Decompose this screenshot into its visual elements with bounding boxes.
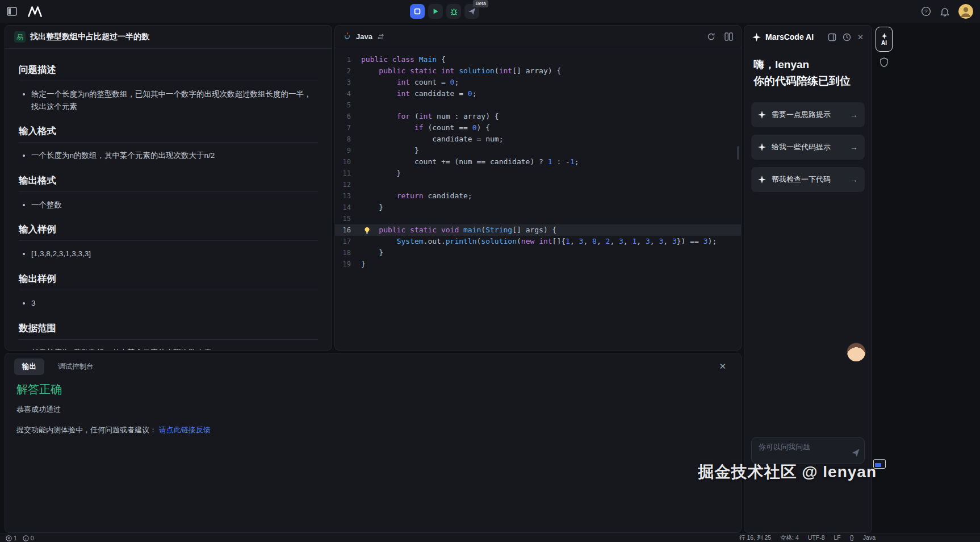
line-number: 16 (335, 224, 361, 236)
code-line[interactable]: 7 if (count == 0) { (335, 122, 741, 134)
ai-panel-title: MarsCode AI (765, 32, 814, 41)
line-number: 1 (335, 54, 361, 65)
error-count: 1 (14, 535, 17, 541)
reset-code-icon[interactable] (707, 32, 715, 41)
code-line[interactable]: 17 System.out.println(solution(new int[]… (335, 236, 741, 247)
ai-suggestion-button[interactable]: 帮我检查一下代码→ (751, 167, 865, 192)
code-line[interactable]: 9 } (335, 145, 741, 156)
status-item[interactable]: 空格: 4 (780, 534, 799, 542)
section-item: 给定一个长度为n的整型数组，已知其中一个数字的出现次数超过数组长度的一半，找出这… (31, 88, 318, 112)
run-config-button[interactable] (410, 4, 425, 19)
code-line[interactable]: 3 int count = 0; (335, 77, 741, 88)
notifications-bell-icon[interactable] (940, 7, 949, 16)
status-item[interactable]: Java (863, 534, 876, 542)
status-item[interactable]: 行 16, 列 25 (739, 534, 771, 542)
line-number: 3 (335, 77, 361, 88)
editor-tab-label: Java (356, 32, 372, 41)
tab-java[interactable]: Java (343, 31, 384, 42)
code-line[interactable]: 13 return candidate; (335, 190, 741, 202)
code-area[interactable]: 1public class Main {2 public static int … (335, 48, 741, 270)
code-line[interactable]: 5 (335, 99, 741, 111)
help-icon[interactable]: ? (921, 6, 931, 16)
run-button[interactable] (428, 4, 443, 19)
difficulty-badge: 易 (14, 31, 26, 43)
beta-badge: Beta (473, 0, 488, 7)
send-icon[interactable] (851, 448, 860, 460)
ai-suggestion-button[interactable]: 给我一些代码提示→ (751, 135, 865, 160)
ai-companion-avatar[interactable] (847, 343, 866, 362)
section-heading: 问题描述 (19, 64, 318, 81)
line-number: 18 (335, 247, 361, 259)
line-number: 14 (335, 202, 361, 213)
output-tab-console[interactable]: 调试控制台 (50, 358, 102, 375)
line-number: 8 (335, 134, 361, 145)
status-item[interactable]: UTF-8 (808, 534, 825, 542)
code-line[interactable]: 6 for (int num : array) { (335, 111, 741, 122)
sparkle-icon (758, 111, 766, 119)
status-item[interactable]: {} (850, 534, 854, 542)
marscode-logo[interactable] (27, 6, 43, 17)
problem-title: 找出整型数组中占比超过一半的数 (30, 32, 149, 42)
extension-shield-icon[interactable] (880, 57, 889, 68)
code-line[interactable]: 2 public static int solution(int[] array… (335, 65, 741, 77)
code-line[interactable]: 11 } (335, 168, 741, 179)
diff-view-icon[interactable] (724, 32, 733, 41)
run-toolbar: Beta (410, 4, 479, 19)
problem-header: 易 找出整型数组中占比超过一半的数 (5, 26, 332, 49)
ai-sidebar-button[interactable]: AI (876, 27, 893, 52)
ai-panel-header: MarsCode AI ✕ (744, 26, 872, 48)
section-item: 一个整数 (31, 199, 318, 211)
line-number: 5 (335, 99, 361, 111)
infos-indicator[interactable]: 0 (23, 535, 34, 541)
user-avatar[interactable] (958, 4, 973, 19)
debug-button[interactable] (446, 4, 461, 19)
code-line[interactable]: 10 count += (num == candidate) ? 1 : -1; (335, 156, 741, 168)
status-item[interactable]: LF (834, 534, 841, 542)
output-panel: 输出调试控制台✕ 解答正确 恭喜成功通过 提交功能内测体验中，任何问题或者建议：… (5, 353, 742, 533)
feedback-link[interactable]: 请点此链接反馈 (159, 426, 211, 434)
output-tab-output[interactable]: 输出 (14, 358, 44, 375)
line-number: 15 (335, 213, 361, 224)
code-line[interactable]: 16 public static void main(String[] args… (335, 224, 741, 236)
editor-scrollbar[interactable] (737, 146, 739, 160)
mini-window-icon[interactable] (873, 459, 886, 469)
submit-button[interactable]: Beta (464, 4, 479, 19)
output-close-icon[interactable]: ✕ (719, 361, 732, 372)
code-line[interactable]: 19} (335, 259, 741, 270)
sparkle-icon (758, 143, 766, 151)
code-line[interactable]: 8 candidate = num; (335, 134, 741, 145)
section-heading: 输出样例 (19, 273, 318, 290)
line-number: 4 (335, 88, 361, 99)
code-line[interactable]: 15 (335, 213, 741, 224)
ai-suggestions: 需要一点思路提示→给我一些代码提示→帮我检查一下代码→ (751, 102, 865, 192)
section-heading: 数据范围 (19, 322, 318, 340)
arrow-right-icon: → (850, 175, 858, 184)
section-heading: 输出格式 (19, 174, 318, 192)
problem-section: 问题描述给定一个长度为n的整型数组，已知其中一个数字的出现次数超过数组长度的一半… (19, 64, 318, 112)
history-icon[interactable] (843, 33, 851, 41)
code-line[interactable]: 18 } (335, 247, 741, 259)
line-number: 2 (335, 65, 361, 77)
line-number: 11 (335, 168, 361, 179)
sidebar-toggle-icon[interactable] (7, 7, 17, 16)
arrow-right-icon: → (850, 110, 858, 119)
ai-panel: MarsCode AI ✕ 嗨，lenyan 你的代码陪练已到位 需要一点思路提… (744, 25, 872, 533)
feedback-line: 提交功能内测体验中，任何问题或者建议： 请点此链接反馈 (16, 425, 730, 435)
new-chat-icon[interactable] (828, 33, 836, 41)
topbar: Beta ? (0, 0, 980, 23)
switch-language-icon[interactable] (377, 32, 384, 42)
ai-chat-input[interactable] (751, 437, 865, 464)
section-item: 3 (31, 297, 318, 310)
ai-suggestion-button[interactable]: 需要一点思路提示→ (751, 102, 865, 127)
section-item: 任意长度为n整数数组，其中某个元素的出现次数大于n/2 (31, 347, 318, 350)
suggestion-label: 帮我检查一下代码 (772, 174, 844, 185)
sparkle-icon (881, 33, 887, 39)
line-number: 9 (335, 145, 361, 156)
code-line[interactable]: 14 } (335, 202, 741, 213)
code-line[interactable]: 12 (335, 179, 741, 190)
errors-indicator[interactable]: 1 (6, 535, 17, 541)
close-icon[interactable]: ✕ (857, 33, 864, 41)
section-item: [1,3,8,2,3,1,3,3,3] (31, 248, 318, 260)
code-line[interactable]: 4 int candidate = 0; (335, 88, 741, 99)
code-line[interactable]: 1public class Main { (335, 54, 741, 65)
